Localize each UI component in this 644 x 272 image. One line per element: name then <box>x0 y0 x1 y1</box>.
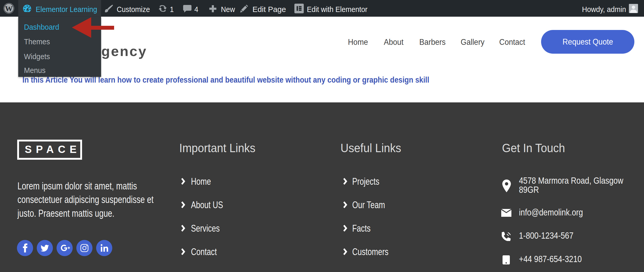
svg-text:W: W <box>5 4 13 13</box>
